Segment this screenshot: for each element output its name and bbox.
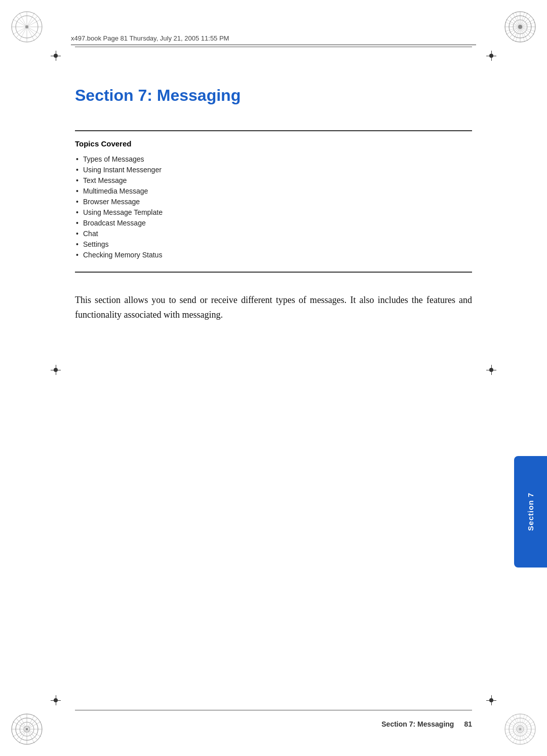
list-item: Browser Message <box>75 198 472 206</box>
main-content: Section 7: Messaging Topics Covered Type… <box>75 56 472 695</box>
header-filename: x497.book Page 81 Thursday, July 21, 200… <box>71 34 229 42</box>
crosshair-top-left <box>51 51 61 61</box>
header-line <box>71 45 476 45</box>
corner-decoration-br <box>502 711 538 747</box>
section-tab: Section 7 <box>514 456 547 568</box>
body-paragraph: This section allows you to send or recei… <box>75 293 472 322</box>
list-item: Checking Memory Status <box>75 251 472 259</box>
footer-page: 81 <box>464 720 472 728</box>
top-rule <box>75 47 472 47</box>
list-item: Chat <box>75 230 472 238</box>
list-item: Text Message <box>75 176 472 184</box>
corner-decoration-bl <box>9 711 45 747</box>
crosshair-bot-left <box>51 695 61 705</box>
list-item: Broadcast Message <box>75 219 472 227</box>
corner-decoration-tl <box>9 9 45 45</box>
footer-label: Section 7: Messaging <box>381 720 454 728</box>
footer: Section 7: Messaging 81 <box>75 720 472 728</box>
bottom-rule <box>75 710 472 710</box>
crosshair-top-right <box>486 51 496 61</box>
corner-decoration-tr <box>502 9 538 45</box>
topics-list: Types of Messages Using Instant Messenge… <box>75 155 472 259</box>
crosshair-mid-left <box>51 365 61 375</box>
crosshair-bot-right <box>486 695 496 705</box>
list-item: Settings <box>75 240 472 248</box>
section-tab-label: Section 7 <box>526 493 535 531</box>
topics-heading: Topics Covered <box>75 139 472 148</box>
list-item: Types of Messages <box>75 155 472 163</box>
topics-covered-section: Topics Covered Types of Messages Using I… <box>75 130 472 273</box>
header-bar: x497.book Page 81 Thursday, July 21, 200… <box>71 34 476 42</box>
list-item: Multimedia Message <box>75 187 472 195</box>
list-item: Using Instant Messenger <box>75 166 472 174</box>
list-item: Using Message Template <box>75 208 472 216</box>
crosshair-mid-right <box>486 365 496 375</box>
section-title: Section 7: Messaging <box>75 86 472 105</box>
